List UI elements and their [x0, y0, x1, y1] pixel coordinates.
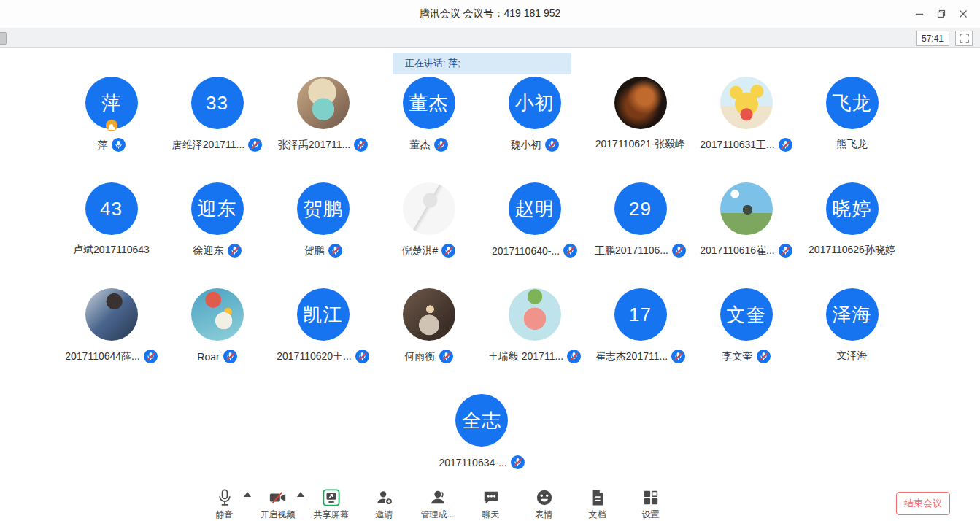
mic-muted-icon — [328, 244, 342, 258]
avatar: 29 — [614, 182, 667, 235]
participant-tile[interactable]: 倪楚淇# — [376, 182, 482, 288]
share-screen-icon — [322, 489, 341, 506]
close-button[interactable] — [952, 3, 974, 25]
participant-tile[interactable]: 迎东 徐迎东 — [164, 182, 270, 288]
participant-tile[interactable]: Roar — [164, 288, 270, 394]
participant-tile[interactable]: 29 王鹏20171106... — [587, 182, 693, 288]
end-meeting-button[interactable]: 结束会议 — [896, 492, 950, 515]
participant-tile[interactable]: 萍 萍 — [58, 77, 164, 182]
participant-name: 倪楚淇# — [402, 244, 439, 258]
mic-muted-icon — [355, 350, 369, 363]
avatar-initials: 文奎 — [727, 302, 766, 328]
participant-name-row: 王鹏20171106... — [595, 244, 686, 258]
participant-tile[interactable]: 王瑞毅 201711... — [482, 288, 587, 394]
camera-off-icon — [269, 489, 288, 506]
participant-name: 2017110631王... — [700, 139, 775, 152]
avatar-photo-pikachu — [720, 77, 773, 129]
participant-name-row: 崔志杰201711... — [595, 350, 685, 363]
microphone-icon — [215, 489, 234, 506]
settings-icon — [641, 489, 660, 506]
avatar: 萍 — [85, 77, 138, 129]
participant-name-row: 2017110626孙晓婷 — [809, 244, 895, 257]
avatar: 43 — [85, 182, 138, 235]
participant-name: 徐迎东 — [193, 244, 224, 258]
avatar-photo-denim-woman — [85, 288, 138, 341]
speaking-banner: 正在讲话: 萍; — [393, 53, 571, 74]
participant-tile[interactable]: 2017110616崔... — [693, 182, 799, 288]
toolbar-item-label: 静音 — [216, 509, 234, 521]
participant-tile[interactable]: 文奎 李文奎 — [693, 288, 799, 394]
participant-tile[interactable]: 赵明 2017110640-... — [482, 182, 587, 288]
participant-tile[interactable]: 晓婷 2017110626孙晓婷 — [799, 182, 905, 288]
topbar-right: 57:41 — [916, 31, 973, 46]
avatar: 17 — [614, 288, 667, 341]
toolbar-item-label: 聊天 — [482, 509, 500, 521]
mic-muted-icon — [441, 244, 455, 258]
participant-name-row: 魏小初 — [511, 138, 559, 152]
participant-tile[interactable]: 2017110644薛... — [58, 288, 164, 394]
caret-up-icon[interactable] — [297, 492, 304, 497]
avatar-initials: 赵明 — [515, 196, 555, 222]
avatar-initials: 33 — [206, 92, 228, 115]
participant-name: 2017110644薛... — [65, 350, 140, 363]
participant-tile[interactable]: 凯江 2017110620王... — [270, 288, 376, 394]
toolbar-item-label: 共享屏幕 — [314, 509, 349, 521]
participant-tile[interactable]: 泽海 文泽海 — [799, 288, 905, 394]
avatar-initials: 43 — [100, 198, 123, 220]
participant-name: 何雨衡 — [405, 350, 436, 363]
avatar-initials: 飞龙 — [833, 90, 872, 116]
participant-name: 王瑞毅 201711... — [488, 350, 563, 363]
participant-name: 2017110640-... — [492, 245, 560, 257]
participant-tile[interactable]: 贺鹏 贺鹏 — [270, 182, 376, 288]
meeting-toolbar-top: 57:41 — [0, 28, 980, 48]
bottom-toolbar: 静音 开启视频 共享屏幕 邀请 管理成... 聊天 — [0, 485, 980, 521]
participant-name-row: 董杰 — [410, 138, 448, 152]
caret-up-icon[interactable] — [244, 492, 251, 497]
toolbar-item-microphone[interactable]: 静音 — [198, 485, 251, 521]
minimize-button[interactable] — [908, 3, 930, 25]
participant-tile[interactable]: 小初 魏小初 — [482, 77, 587, 182]
participant-tile[interactable]: 17 崔志杰201711... — [587, 288, 693, 394]
avatar: 贺鹏 — [297, 182, 350, 235]
fullscreen-button[interactable] — [955, 31, 973, 46]
toolbar-item-camera-off[interactable]: 开启视频 — [251, 485, 304, 521]
participant-tile[interactable]: 飞龙 熊飞龙 — [799, 77, 905, 182]
participant-name: 文泽海 — [837, 350, 868, 363]
mic-muted-icon — [779, 138, 792, 152]
participant-tile[interactable]: 2017110631王... — [693, 77, 799, 182]
mic-muted-icon — [434, 138, 448, 152]
toolbar-item-settings[interactable]: 设置 — [624, 485, 677, 521]
participant-name-row: 2017110640-... — [492, 244, 577, 258]
avatar-initials: 贺鹏 — [304, 196, 343, 222]
toolbar-item-emoji[interactable]: 表情 — [517, 485, 571, 521]
participant-tile[interactable]: 33 唐维泽201711... — [164, 77, 270, 182]
mic-muted-icon — [354, 138, 368, 152]
participant-tile[interactable]: 何雨衡 — [376, 288, 482, 394]
participant-name: 2017110620王... — [277, 350, 352, 363]
mic-muted-icon — [228, 244, 242, 258]
toolbar-item-invite[interactable]: 邀请 — [358, 485, 411, 521]
toolbar-item-members[interactable]: 管理成... — [411, 485, 464, 521]
participant-name-row: 唐维泽201711... — [172, 138, 262, 152]
participant-name-row: 倪楚淇# — [402, 244, 456, 258]
toolbar-item-document[interactable]: 文档 — [571, 485, 624, 521]
avatar-photo-field-sky — [720, 182, 773, 235]
speaking-banner-text: 正在讲话: 萍; — [405, 57, 460, 70]
avatar: 凯江 — [297, 288, 350, 341]
participant-tile[interactable]: 董杰 董杰 — [376, 77, 482, 182]
participant-name-row: 2017110620王... — [277, 350, 369, 363]
participant-tile[interactable]: 张泽禹201711... — [270, 77, 376, 182]
participant-tile[interactable]: 43 卢斌2017110643 — [58, 182, 164, 288]
meeting-timer: 57:41 — [916, 31, 949, 46]
avatar-photo-kid — [403, 288, 455, 341]
avatar: 全志 — [455, 394, 508, 447]
toolbar-item-chat[interactable]: 聊天 — [464, 485, 517, 521]
participant-name-row: 卢斌2017110643 — [73, 244, 150, 257]
restore-button[interactable] — [930, 3, 952, 25]
mic-muted-icon — [223, 350, 237, 363]
mic-muted-icon — [757, 350, 771, 363]
restore-icon — [937, 9, 946, 18]
avatar: 小初 — [509, 77, 561, 129]
participant-tile[interactable]: 2017110621-张毅峰 — [587, 77, 693, 182]
toolbar-item-share-screen[interactable]: 共享屏幕 — [304, 485, 358, 521]
